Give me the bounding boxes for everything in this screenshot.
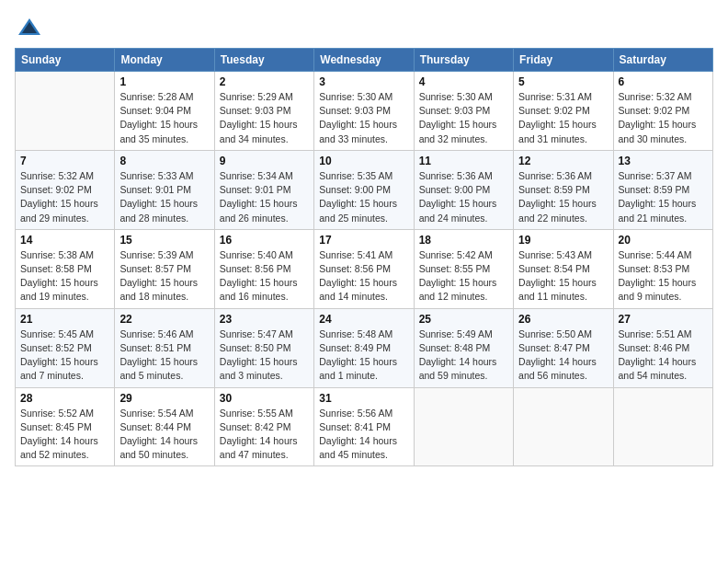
day-number: 7 [20, 155, 109, 167]
calendar-header-row: SundayMondayTuesdayWednesdayThursdayFrid… [16, 49, 713, 72]
day-number: 12 [518, 155, 608, 167]
calendar-day-header: Monday [115, 49, 214, 72]
calendar-cell: 16Sunrise: 5:40 AMSunset: 8:56 PMDayligh… [214, 229, 313, 308]
calendar-cell: 5Sunrise: 5:31 AMSunset: 9:02 PMDaylight… [514, 72, 613, 151]
calendar-cell: 28Sunrise: 5:52 AMSunset: 8:45 PMDayligh… [16, 387, 115, 466]
calendar-day-header: Thursday [414, 49, 513, 72]
calendar-week-row: 21Sunrise: 5:45 AMSunset: 8:52 PMDayligh… [16, 308, 713, 387]
day-detail: Sunrise: 5:40 AMSunset: 8:56 PMDaylight:… [220, 248, 309, 304]
calendar-week-row: 1Sunrise: 5:28 AMSunset: 9:04 PMDaylight… [16, 72, 713, 151]
day-number: 13 [619, 155, 708, 167]
day-detail: Sunrise: 5:30 AMSunset: 9:03 PMDaylight:… [319, 90, 408, 146]
day-detail: Sunrise: 5:54 AMSunset: 8:44 PMDaylight:… [119, 407, 209, 463]
calendar-cell: 18Sunrise: 5:42 AMSunset: 8:55 PMDayligh… [414, 229, 513, 308]
calendar-cell: 27Sunrise: 5:51 AMSunset: 8:46 PMDayligh… [613, 308, 712, 387]
calendar-cell [514, 387, 613, 466]
calendar-cell: 8Sunrise: 5:33 AMSunset: 9:01 PMDaylight… [115, 150, 214, 229]
day-number: 5 [518, 75, 608, 88]
calendar-cell: 11Sunrise: 5:36 AMSunset: 9:00 PMDayligh… [414, 150, 513, 229]
calendar-cell: 19Sunrise: 5:43 AMSunset: 8:54 PMDayligh… [514, 229, 613, 308]
day-detail: Sunrise: 5:44 AMSunset: 8:53 PMDaylight:… [619, 248, 708, 304]
day-detail: Sunrise: 5:37 AMSunset: 8:59 PMDaylight:… [619, 169, 708, 225]
day-detail: Sunrise: 5:43 AMSunset: 8:54 PMDaylight:… [518, 248, 608, 304]
day-detail: Sunrise: 5:36 AMSunset: 9:00 PMDaylight:… [419, 169, 508, 225]
day-number: 18 [419, 234, 508, 247]
calendar-day-header: Wednesday [314, 49, 414, 72]
day-number: 25 [419, 313, 508, 326]
calendar-cell: 1Sunrise: 5:28 AMSunset: 9:04 PMDaylight… [115, 72, 214, 151]
day-number: 29 [119, 392, 209, 405]
day-number: 1 [119, 75, 209, 88]
day-number: 31 [319, 392, 408, 405]
calendar-cell: 23Sunrise: 5:47 AMSunset: 8:50 PMDayligh… [214, 308, 313, 387]
calendar-day-header: Sunday [16, 49, 115, 72]
day-number: 23 [220, 313, 309, 326]
day-detail: Sunrise: 5:51 AMSunset: 8:46 PMDaylight:… [619, 327, 708, 384]
calendar-week-row: 14Sunrise: 5:38 AMSunset: 8:58 PMDayligh… [16, 229, 713, 308]
day-number: 30 [220, 392, 309, 405]
calendar-cell [16, 72, 115, 151]
day-detail: Sunrise: 5:38 AMSunset: 8:58 PMDaylight:… [20, 248, 109, 304]
calendar-day-header: Tuesday [214, 49, 313, 72]
day-number: 19 [518, 234, 608, 247]
calendar-cell [613, 387, 712, 466]
logo-icon [17, 15, 42, 40]
day-detail: Sunrise: 5:29 AMSunset: 9:03 PMDaylight:… [220, 90, 309, 146]
day-detail: Sunrise: 5:39 AMSunset: 8:57 PMDaylight:… [119, 248, 209, 304]
calendar-cell: 29Sunrise: 5:54 AMSunset: 8:44 PMDayligh… [115, 387, 214, 466]
day-detail: Sunrise: 5:41 AMSunset: 8:56 PMDaylight:… [319, 248, 408, 304]
day-number: 26 [518, 313, 608, 326]
calendar-cell: 2Sunrise: 5:29 AMSunset: 9:03 PMDaylight… [214, 72, 313, 151]
calendar-cell: 13Sunrise: 5:37 AMSunset: 8:59 PMDayligh… [613, 150, 712, 229]
day-number: 6 [619, 75, 708, 88]
calendar-cell: 17Sunrise: 5:41 AMSunset: 8:56 PMDayligh… [314, 229, 414, 308]
day-detail: Sunrise: 5:52 AMSunset: 8:45 PMDaylight:… [20, 407, 109, 463]
day-number: 24 [319, 313, 408, 326]
day-number: 15 [119, 234, 209, 247]
calendar-table: SundayMondayTuesdayWednesdayThursdayFrid… [15, 48, 713, 466]
day-number: 20 [619, 234, 708, 247]
day-detail: Sunrise: 5:28 AMSunset: 9:04 PMDaylight:… [119, 90, 209, 146]
day-number: 10 [319, 155, 408, 167]
day-number: 11 [419, 155, 508, 167]
day-detail: Sunrise: 5:31 AMSunset: 9:02 PMDaylight:… [518, 90, 608, 146]
calendar-cell: 26Sunrise: 5:50 AMSunset: 8:47 PMDayligh… [514, 308, 613, 387]
calendar-cell: 14Sunrise: 5:38 AMSunset: 8:58 PMDayligh… [16, 229, 115, 308]
calendar-week-row: 28Sunrise: 5:52 AMSunset: 8:45 PMDayligh… [16, 387, 713, 466]
calendar-cell: 3Sunrise: 5:30 AMSunset: 9:03 PMDaylight… [314, 72, 414, 151]
calendar-cell: 22Sunrise: 5:46 AMSunset: 8:51 PMDayligh… [115, 308, 214, 387]
calendar-cell: 24Sunrise: 5:48 AMSunset: 8:49 PMDayligh… [314, 308, 414, 387]
calendar-cell: 12Sunrise: 5:36 AMSunset: 8:59 PMDayligh… [514, 150, 613, 229]
day-number: 8 [119, 155, 209, 167]
day-detail: Sunrise: 5:35 AMSunset: 9:00 PMDaylight:… [319, 169, 408, 225]
day-detail: Sunrise: 5:34 AMSunset: 9:01 PMDaylight:… [220, 169, 309, 225]
calendar-cell: 20Sunrise: 5:44 AMSunset: 8:53 PMDayligh… [613, 229, 712, 308]
day-number: 16 [220, 234, 309, 247]
day-detail: Sunrise: 5:36 AMSunset: 8:59 PMDaylight:… [518, 169, 608, 225]
calendar-day-header: Saturday [613, 49, 712, 72]
day-detail: Sunrise: 5:45 AMSunset: 8:52 PMDaylight:… [20, 327, 109, 384]
day-detail: Sunrise: 5:46 AMSunset: 8:51 PMDaylight:… [119, 327, 209, 384]
page-header [15, 15, 713, 40]
calendar-cell: 31Sunrise: 5:56 AMSunset: 8:41 PMDayligh… [314, 387, 414, 466]
day-detail: Sunrise: 5:32 AMSunset: 9:02 PMDaylight:… [20, 169, 109, 225]
calendar-cell: 4Sunrise: 5:30 AMSunset: 9:03 PMDaylight… [414, 72, 513, 151]
day-detail: Sunrise: 5:30 AMSunset: 9:03 PMDaylight:… [419, 90, 508, 146]
calendar-cell [414, 387, 513, 466]
day-number: 27 [619, 313, 708, 326]
day-detail: Sunrise: 5:33 AMSunset: 9:01 PMDaylight:… [119, 169, 209, 225]
day-number: 9 [220, 155, 309, 167]
calendar-week-row: 7Sunrise: 5:32 AMSunset: 9:02 PMDaylight… [16, 150, 713, 229]
day-detail: Sunrise: 5:32 AMSunset: 9:02 PMDaylight:… [619, 90, 708, 146]
day-number: 14 [20, 234, 109, 247]
day-detail: Sunrise: 5:47 AMSunset: 8:50 PMDaylight:… [220, 327, 309, 384]
calendar-cell: 7Sunrise: 5:32 AMSunset: 9:02 PMDaylight… [16, 150, 115, 229]
day-number: 3 [319, 75, 408, 88]
calendar-cell: 10Sunrise: 5:35 AMSunset: 9:00 PMDayligh… [314, 150, 414, 229]
day-number: 17 [319, 234, 408, 247]
logo [15, 15, 42, 40]
day-detail: Sunrise: 5:42 AMSunset: 8:55 PMDaylight:… [419, 248, 508, 304]
day-number: 22 [119, 313, 209, 326]
calendar-cell: 6Sunrise: 5:32 AMSunset: 9:02 PMDaylight… [613, 72, 712, 151]
day-number: 21 [20, 313, 109, 326]
